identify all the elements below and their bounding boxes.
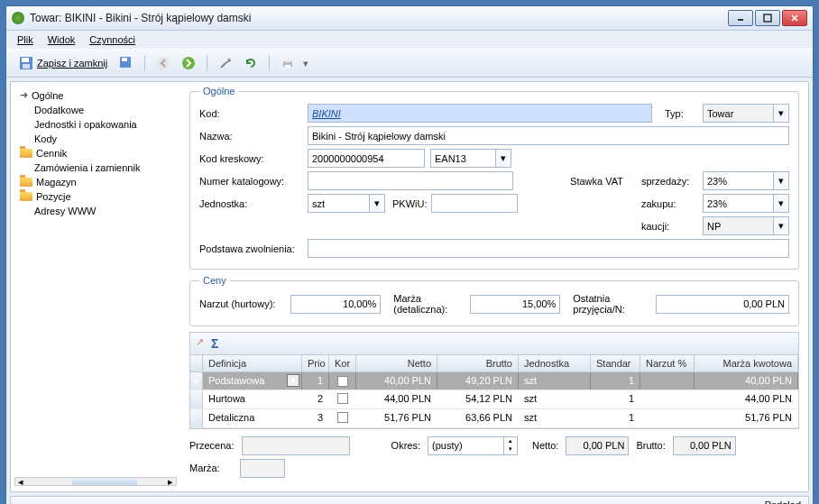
input-nazwa[interactable]	[308, 126, 789, 145]
col-marza-kw[interactable]: Marża kwotowa	[695, 355, 798, 371]
save-close-button[interactable]: Zapisz i zamknij	[15, 54, 111, 72]
maximize-button[interactable]	[755, 10, 780, 26]
arrow-left-icon	[156, 56, 170, 70]
print-button[interactable]	[278, 53, 298, 73]
label-kod: Kod:	[199, 108, 308, 119]
row-marker	[190, 390, 203, 408]
cell-narzut	[640, 409, 695, 427]
col-narzut[interactable]: Narzut %	[640, 355, 695, 371]
select-vat-sprzedazy[interactable]: 23%▾	[703, 171, 789, 190]
input-podstawa[interactable]	[308, 239, 789, 258]
cell-prio: 2	[302, 390, 329, 408]
cell-kor[interactable]	[329, 390, 356, 408]
titlebar[interactable]: Towar: BIKINI - Bikini - Strój kąpielowy…	[6, 6, 813, 31]
input-narzut-hurt[interactable]	[290, 295, 381, 314]
chevron-down-icon: ▾	[773, 172, 788, 189]
app-window: Towar: BIKINI - Bikini - Strój kąpielowy…	[5, 5, 814, 504]
input-brutto[interactable]	[673, 436, 736, 455]
nav-cennik[interactable]: Cennik	[14, 146, 177, 160]
input-przecena[interactable]	[242, 436, 350, 455]
nav-ogolne[interactable]: ➜Ogólne	[14, 87, 177, 103]
cell-stand: 1	[591, 390, 640, 408]
select-typ[interactable]: Towar▾	[703, 104, 789, 123]
input-pkwiu[interactable]	[431, 194, 518, 213]
cell-kor[interactable]: ✓	[329, 372, 356, 389]
select-barcode-type[interactable]: EAN13▾	[430, 149, 511, 168]
input-kod[interactable]	[308, 104, 652, 123]
grid-row[interactable]: ▸Podstawowa▾1✓40,00 PLN49,20 PLNszt140,0…	[190, 372, 798, 390]
input-kod-kreskowy[interactable]	[308, 149, 425, 168]
chevron-down-icon[interactable]: ▾	[287, 374, 299, 387]
scroll-left-icon[interactable]: ◂	[15, 476, 26, 488]
arrow-right-icon: ➜	[20, 89, 28, 101]
menu-plik[interactable]: Plik	[17, 34, 33, 45]
nav-jednostki[interactable]: Jednostki i opakowania	[14, 117, 177, 132]
select-jednostka[interactable]: szt▾	[308, 194, 385, 213]
scroll-thumb[interactable]	[72, 478, 136, 485]
input-netto[interactable]	[566, 436, 629, 455]
scroll-right-icon[interactable]: ▸	[165, 476, 176, 488]
nav-forward-button[interactable]	[179, 53, 198, 73]
nav-dodatkowe[interactable]: Dodatkowe	[14, 103, 177, 117]
minimize-button[interactable]	[728, 10, 753, 26]
nav-magazyn[interactable]: Magazyn	[14, 175, 177, 189]
cell-netto: 51,76 PLN	[356, 409, 437, 427]
input-marza[interactable]	[240, 459, 285, 478]
input-marza-det[interactable]	[470, 295, 560, 314]
nav-pozycje[interactable]: Pozycje	[14, 189, 177, 204]
grid-row[interactable]: Detaliczna351,76 PLN63,66 PLNszt151,76 P…	[190, 409, 798, 428]
cell-stand: 1	[591, 409, 640, 427]
app-icon	[12, 12, 24, 24]
dropdown-arrow-icon[interactable]: ▾	[303, 58, 308, 69]
svg-rect-13	[285, 65, 290, 68]
spinner-icon[interactable]: ▴▾	[503, 437, 517, 454]
folder-icon	[20, 178, 32, 187]
nav-back-button[interactable]	[153, 53, 173, 73]
cell-netto: 40,00 PLN	[356, 372, 437, 389]
save-dropdown-button[interactable]	[116, 53, 136, 73]
disk-dropdown-icon	[119, 56, 133, 70]
input-ostatnia[interactable]	[656, 295, 789, 314]
nav-tree: ➜Ogólne Dodatkowe Jednostki i opakowania…	[11, 82, 180, 491]
print-icon	[281, 56, 295, 70]
label-stawka-vat: Stawka VAT	[570, 176, 623, 187]
grid-header: Definicja Prio Kor Netto Brutto Jednostk…	[190, 355, 798, 372]
tools-icon	[218, 56, 233, 70]
nav-zamowienia[interactable]: Zamówienia i zamiennik	[14, 160, 177, 175]
tools-button[interactable]	[216, 53, 235, 73]
chevron-down-icon: ▾	[773, 105, 788, 122]
status-bar: Podgląd	[10, 496, 809, 504]
label-zakupu: zakupu:	[641, 198, 703, 209]
status-podglad[interactable]: Podgląd	[765, 499, 801, 504]
close-button[interactable]	[782, 10, 807, 26]
sigma-icon[interactable]: Σ	[211, 336, 218, 351]
cell-narzut	[640, 372, 695, 389]
grid-row[interactable]: Hurtowa244,00 PLN54,12 PLNszt144,00 PLN	[190, 390, 798, 409]
label-pkwiu: PKWiU:	[392, 198, 428, 209]
chevron-down-icon: ▾	[495, 150, 511, 167]
chevron-down-icon: ▾	[773, 195, 788, 212]
col-kor[interactable]: Kor	[329, 355, 356, 371]
select-vat-zakupu[interactable]: 23%▾	[703, 194, 789, 213]
cell-jedn: szt	[519, 390, 591, 408]
col-brutto[interactable]: Brutto	[437, 355, 519, 371]
col-standar[interactable]: Standar	[591, 355, 640, 371]
cell-jedn: szt	[519, 372, 591, 389]
col-definicja[interactable]: Definicja	[203, 355, 302, 371]
nav-kody[interactable]: Kody	[14, 132, 177, 146]
col-jednostka[interactable]: Jednostka	[519, 355, 591, 371]
input-okres[interactable]: (pusty)▴▾	[428, 436, 518, 455]
col-netto[interactable]: Netto	[356, 355, 437, 371]
menu-widok[interactable]: Widok	[48, 34, 76, 45]
nav-scrollbar[interactable]: ◂ ▸	[14, 477, 177, 486]
refresh-button[interactable]	[241, 53, 261, 73]
row-marker: ▸	[190, 372, 203, 389]
col-prio[interactable]: Prio	[302, 355, 329, 371]
nav-adresy[interactable]: Adresy WWW	[14, 204, 177, 218]
select-vat-kaucji[interactable]: NP▾	[703, 216, 789, 235]
export-icon[interactable]: ↗	[196, 336, 204, 351]
cell-kor[interactable]	[329, 409, 356, 427]
menu-czynnosci[interactable]: Czynności	[89, 34, 135, 45]
input-numer-kat[interactable]	[308, 171, 513, 190]
label-nazwa: Nazwa:	[199, 131, 308, 142]
